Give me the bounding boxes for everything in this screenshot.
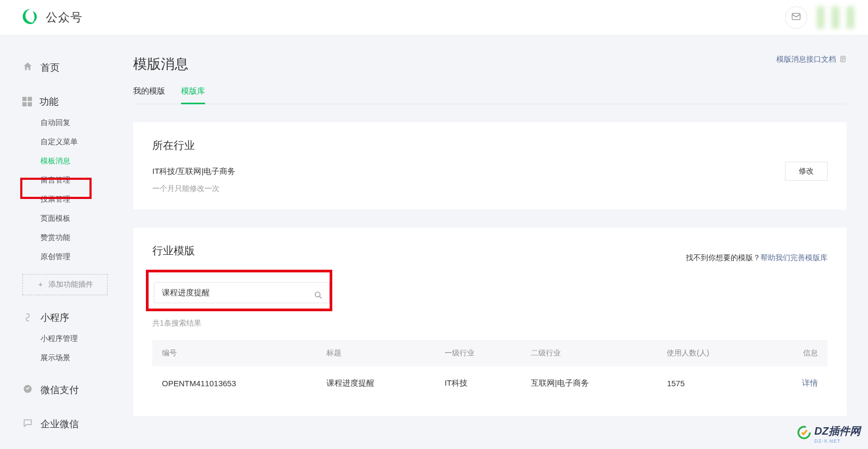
mail-icon — [791, 11, 801, 24]
mail-button[interactable] — [785, 6, 807, 29]
sidebar-item-enterprise[interactable]: 企业微信 — [0, 412, 122, 436]
result-count: 共1条搜索结果 — [152, 319, 828, 328]
cell-id: OPENTM411013653 — [152, 367, 317, 400]
miniprogram-icon — [22, 311, 33, 325]
top-header: 公众号 — [0, 0, 868, 35]
tabs: 我的模版模版库 — [133, 86, 847, 104]
help-text: 找不到你想要的模版？帮助我们完善模版库 — [686, 253, 828, 263]
sidebar-group-features[interactable]: 功能 — [0, 90, 122, 113]
doc-icon — [839, 55, 847, 64]
avatar[interactable] — [817, 6, 854, 29]
main-content: 模版消息 模版消息接口文档 我的模版模版库 所在行业 IT科技/互联网|电子商务… — [122, 35, 868, 449]
cell-cat1: IT科技 — [435, 367, 521, 400]
svg-rect-0 — [792, 13, 800, 20]
sidebar-group-miniprogram[interactable]: 小程序 — [0, 306, 122, 329]
plus-icon: ＋ — [37, 280, 44, 289]
modify-button[interactable]: 修改 — [785, 162, 828, 181]
sidebar-item-original[interactable]: 原创管理 — [40, 247, 122, 267]
column-header: 二级行业 — [521, 340, 657, 367]
search-icon — [314, 290, 323, 302]
detail-link[interactable]: 详情 — [802, 378, 818, 387]
cell-cat2: 互联网|电子商务 — [521, 367, 657, 400]
watermark-icon — [797, 426, 811, 442]
column-header: 标题 — [317, 340, 435, 367]
page-title: 模版消息 — [133, 55, 189, 73]
sidebar-item-mp-manage[interactable]: 小程序管理 — [40, 329, 122, 348]
sidebar-item-custom-menu[interactable]: 自定义菜单 — [40, 132, 122, 152]
column-header: 信息 — [766, 340, 828, 367]
sidebar-item-auto-reply[interactable]: 自动回复 — [40, 113, 122, 132]
highlight-annotation-search — [146, 270, 332, 311]
search-button[interactable] — [313, 290, 324, 302]
chat-icon — [22, 418, 33, 431]
add-plugin-button[interactable]: ＋ 添加功能插件 — [22, 274, 108, 295]
grid-icon — [22, 97, 32, 106]
watermark: DZ插件网DZ-X.NET — [797, 424, 861, 444]
home-icon — [22, 61, 33, 74]
industry-value: IT科技/互联网|电子商务 — [152, 167, 828, 177]
logo-icon — [21, 7, 39, 28]
tab-library[interactable]: 模版库 — [181, 86, 205, 104]
search-input[interactable] — [154, 282, 330, 303]
tab-mine[interactable]: 我的模版 — [133, 86, 165, 104]
sidebar-item-page-template[interactable]: 页面模板 — [40, 209, 122, 228]
sidebar-item-voting[interactable]: 投票管理 — [40, 190, 122, 209]
wxpay-icon — [22, 384, 33, 397]
sidebar-item-mp-scene[interactable]: 展示场景 — [40, 348, 122, 368]
sidebar-item-template-msg[interactable]: 模板消息 — [40, 152, 122, 171]
brand[interactable]: 公众号 — [21, 7, 83, 28]
table-row: OPENTM411013653课程进度提醒IT科技互联网|电子商务1575详情 — [152, 367, 828, 400]
column-header: 一级行业 — [435, 340, 521, 367]
sidebar-item-wxpay[interactable]: 微信支付 — [0, 378, 122, 402]
industry-title: 所在行业 — [152, 138, 828, 153]
template-library-title: 行业模版 — [152, 244, 195, 258]
sidebar-item-rewards[interactable]: 赞赏功能 — [40, 228, 122, 247]
column-header: 编号 — [152, 340, 317, 367]
help-link[interactable]: 帮助我们完善模版库 — [760, 253, 828, 262]
svg-point-3 — [315, 292, 320, 297]
sidebar: 首页 功能 自动回复自定义菜单模板消息留言管理投票管理页面模板赞赏功能原创管理 … — [0, 35, 122, 449]
api-doc-link[interactable]: 模版消息接口文档 — [776, 55, 847, 64]
template-table: 编号标题一级行业二级行业使用人数(人)信息 OPENTM411013653课程进… — [152, 340, 828, 400]
cell-users: 1575 — [657, 367, 765, 400]
cell-title: 课程进度提醒 — [317, 367, 435, 400]
column-header: 使用人数(人) — [657, 340, 765, 367]
industry-card: 所在行业 IT科技/互联网|电子商务 一个月只能修改一次 修改 — [133, 122, 847, 210]
template-library-card: 行业模版 找不到你想要的模版？帮助我们完善模版库 共1条搜索结果 编号标题一级行… — [133, 228, 847, 416]
industry-note: 一个月只能修改一次 — [152, 184, 828, 194]
sidebar-item-comments[interactable]: 留言管理 — [40, 171, 122, 190]
brand-title: 公众号 — [46, 10, 83, 26]
sidebar-item-home[interactable]: 首页 — [0, 56, 122, 79]
